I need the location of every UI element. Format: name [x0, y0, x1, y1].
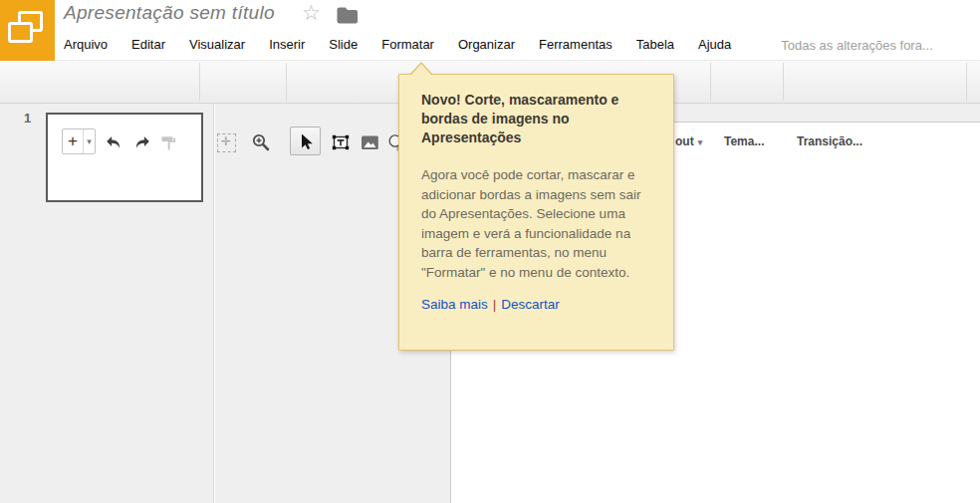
text-box-button[interactable] [328, 130, 354, 154]
chevron-down-icon: ▾ [698, 137, 703, 147]
slide-number: 1 [24, 111, 31, 126]
insert-image-button[interactable] [357, 130, 382, 154]
select-tool-button[interactable] [290, 126, 321, 155]
chevron-down-icon[interactable]: ▾ [84, 129, 95, 153]
slide-thumbnail[interactable] [46, 113, 203, 202]
layout-button[interactable]: out▾ [675, 128, 702, 154]
promo-tooltip: Novo! Corte, mascaramento e bordas de im… [398, 74, 674, 351]
transition-button[interactable]: Transição... [797, 128, 862, 154]
promo-heading: Novo! Corte, mascaramento e bordas de im… [421, 91, 655, 147]
menu-tabela[interactable]: Tabela [636, 32, 674, 58]
zoom-fit-icon: ✛ [217, 133, 236, 152]
menu-ferramentas[interactable]: Ferramentas [539, 32, 612, 58]
plus-icon: + [63, 129, 84, 153]
menu-slide[interactable]: Slide [329, 32, 358, 58]
menu-bar: Arquivo Editar Visualizar Inserir Slide … [64, 32, 933, 58]
logo-front-rect [8, 22, 33, 43]
theme-button[interactable]: Tema... [724, 128, 764, 154]
toolbar-separator [966, 63, 967, 101]
menu-ajuda[interactable]: Ajuda [698, 32, 731, 58]
menu-visualizar[interactable]: Visualizar [189, 32, 245, 58]
app-header: Apresentação sem título ☆ Arquivo Editar… [0, 0, 980, 60]
document-title[interactable]: Apresentação sem título [64, 2, 275, 24]
zoom-button[interactable] [248, 130, 274, 154]
save-status: Todas as alterações fora... [781, 38, 932, 53]
promo-body: Agora você pode cortar, mascarar e adici… [421, 165, 655, 282]
cursor-icon [296, 131, 316, 151]
menu-arquivo[interactable]: Arquivo [64, 32, 108, 58]
toolbar-separator [783, 63, 784, 101]
link-separator: | [493, 297, 497, 312]
menu-inserir[interactable]: Inserir [269, 32, 305, 58]
folder-icon[interactable] [336, 5, 359, 24]
learn-more-link[interactable]: Saiba mais [421, 297, 488, 312]
slides-logo-icon[interactable] [0, 0, 55, 61]
redo-button[interactable] [128, 130, 154, 154]
dismiss-link[interactable]: Descartar [501, 297, 560, 312]
toolbar-separator [199, 63, 200, 101]
new-slide-button[interactable]: + ▾ [62, 128, 96, 154]
undo-button[interactable] [101, 130, 126, 154]
menu-organizar[interactable]: Organizar [458, 32, 515, 58]
paint-format-button[interactable] [155, 130, 181, 154]
toolbar-separator [286, 63, 287, 101]
menu-formatar[interactable]: Formatar [381, 32, 434, 58]
toolbar-separator [710, 63, 711, 101]
slide-filmstrip: 1 [0, 104, 214, 503]
menu-editar[interactable]: Editar [131, 32, 165, 58]
promo-links: Saiba mais|Descartar [421, 297, 655, 312]
zoom-fit-button[interactable]: ✛ [213, 130, 239, 154]
star-icon[interactable]: ☆ [302, 1, 321, 25]
